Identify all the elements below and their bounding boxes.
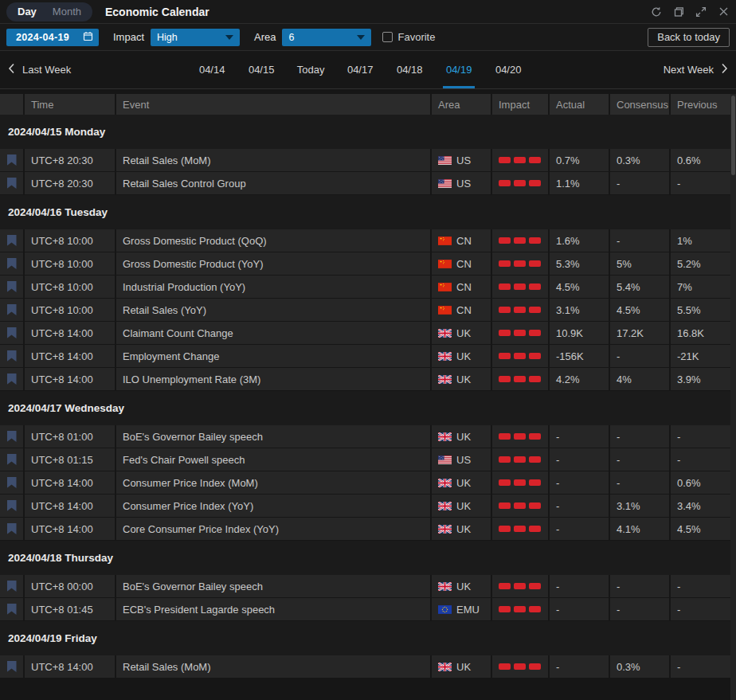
back-to-today-button[interactable]: Back to today [648,28,730,47]
time-cell: UTC+8 10:00 [25,229,115,252]
time-cell: UTC+8 10:00 [25,252,115,275]
bookmark-cell [0,252,23,275]
previous-cell: - [671,655,736,678]
bookmark-icon[interactable] [7,581,17,592]
last-week-button[interactable]: Last Week [8,51,71,88]
bookmark-icon[interactable] [7,304,17,315]
impact-cell [492,322,548,344]
actual-cell: 1.6% [550,229,609,252]
area-cell: UK [432,471,491,494]
bookmark-icon[interactable] [7,431,17,442]
bookmark-icon[interactable] [7,661,17,672]
previous-cell: 7% [671,276,736,298]
date-value: 2024-04-19 [16,32,69,43]
bookmark-icon[interactable] [7,477,17,488]
table-row[interactable]: UTC+8 14:00Claimant Count ChangeUK10.9K1… [0,322,736,344]
table-row[interactable]: UTC+8 10:00Gross Domestic Product (QoQ)C… [0,229,736,252]
day-section-header: 2024/04/15 Monday [0,115,736,149]
area-dropdown[interactable]: 6 [282,29,371,46]
table-row[interactable]: UTC+8 20:30Retail Sales (MoM)US0.7%0.3%0… [0,149,736,171]
refresh-icon[interactable] [650,6,663,18]
impact-cell [492,425,548,448]
vertical-scrollbar[interactable] [730,94,736,700]
time-cell: UTC+8 14:00 [25,471,115,494]
bookmark-icon[interactable] [7,258,17,269]
table-row[interactable]: UTC+8 14:00ILO Unemployment Rate (3M)UK4… [0,368,736,390]
chevron-down-icon [225,35,233,40]
table-row[interactable]: UTC+8 14:00Core Consumer Price Index (Yo… [0,518,736,540]
event-cell: Employment Change [116,345,430,367]
time-cell: UTC+8 20:30 [25,149,115,171]
day-tab-04-20[interactable]: 04/20 [483,51,533,88]
economic-calendar-window: Day Month Economic Calendar 2024-04-19 [0,0,736,700]
favorite-checkbox[interactable] [382,32,393,42]
actual-cell: 1.1% [550,172,609,194]
bookmark-icon[interactable] [7,500,17,511]
bookmark-icon[interactable] [7,454,17,465]
bookmark-icon[interactable] [7,327,17,338]
time-cell: UTC+8 01:45 [25,598,115,620]
day-tab-04-18[interactable]: 04/18 [385,51,434,88]
impact-value: High [157,32,178,43]
previous-cell: 4.5% [671,518,736,540]
close-icon[interactable] [717,6,730,18]
bookmark-icon[interactable] [7,373,17,385]
day-tab-04-17[interactable]: 04/17 [335,51,385,88]
popout-icon[interactable] [672,6,685,18]
next-week-button[interactable]: Next Week [664,51,728,88]
table-row[interactable]: UTC+8 10:00Industrial Production (YoY)CN… [0,276,736,298]
area-cell: US [432,172,491,194]
column-header-consensus: Consensus [610,94,669,115]
impact-bars-icon [499,503,541,509]
event-cell: Fed's Chair Powell speech [116,448,430,471]
impact-bars-icon [499,307,541,313]
bookmark-cell [0,149,23,171]
bookmark-icon[interactable] [7,235,17,246]
impact-cell [492,655,548,678]
filter-bar: 2024-04-19 Impact High Area 6 Favorite B… [0,24,736,51]
date-picker[interactable]: 2024-04-19 [6,29,99,46]
area-cell: UK [432,495,491,517]
table-row[interactable]: UTC+8 14:00Employment ChangeUK-156K--21K [0,345,736,367]
area-code: EMU [456,604,480,616]
bookmark-icon[interactable] [7,350,17,362]
table-row[interactable]: UTC+8 00:00BoE's Governor Bailey speechU… [0,575,736,597]
tab-day[interactable]: Day [10,2,45,22]
actual-cell: 5.3% [550,252,609,275]
impact-bars-icon [499,376,541,382]
day-tab-today[interactable]: Today [286,51,335,88]
impact-dropdown[interactable]: High [151,29,240,46]
bookmark-icon[interactable] [7,178,17,189]
table-row[interactable]: UTC+8 20:30Retail Sales Control GroupUS1… [0,172,736,194]
flag-emu-icon [438,605,452,614]
table-row[interactable]: UTC+8 14:00Consumer Price Index (MoM)UK-… [0,471,736,494]
table-row[interactable]: UTC+8 01:00BoE's Governor Bailey speechU… [0,425,736,448]
bookmark-icon[interactable] [7,281,17,292]
table-row[interactable]: UTC+8 01:45ECB's President Lagarde speec… [0,598,736,620]
flag-cn-icon [438,237,452,245]
bookmark-cell [0,495,23,517]
table-row[interactable]: UTC+8 10:00Gross Domestic Product (YoY)C… [0,252,736,275]
expand-icon[interactable] [695,6,707,18]
bookmark-cell [0,575,23,597]
table-row[interactable]: UTC+8 01:15Fed's Chair Powell speechUS--… [0,448,736,471]
previous-cell: - [671,598,736,620]
area-cell: UK [432,322,491,344]
day-tab-04-14[interactable]: 04/14 [187,51,237,88]
consensus-cell: - [610,471,669,494]
bookmark-icon[interactable] [7,154,17,166]
favorite-label: Favorite [397,31,435,43]
table-row[interactable]: UTC+8 10:00Retail Sales (YoY)CN3.1%4.5%5… [0,299,736,321]
calendar-icon [83,30,93,45]
day-tab-04-15[interactable]: 04/15 [237,51,286,88]
table-row[interactable]: UTC+8 14:00Retail Sales (MoM)UK-0.3%- [0,655,736,678]
consensus-cell: 0.3% [610,149,669,171]
day-tab-04-19[interactable]: 04/19 [434,51,483,88]
favorite-checkbox-group[interactable]: Favorite [382,31,435,43]
table-row[interactable]: UTC+8 14:00Consumer Price Index (YoY)UK-… [0,495,736,517]
previous-cell: 0.6% [671,149,736,171]
bookmark-icon[interactable] [7,523,17,534]
tab-month[interactable]: Month [45,2,89,22]
scrollbar-thumb[interactable] [731,96,735,175]
bookmark-icon[interactable] [7,604,17,615]
